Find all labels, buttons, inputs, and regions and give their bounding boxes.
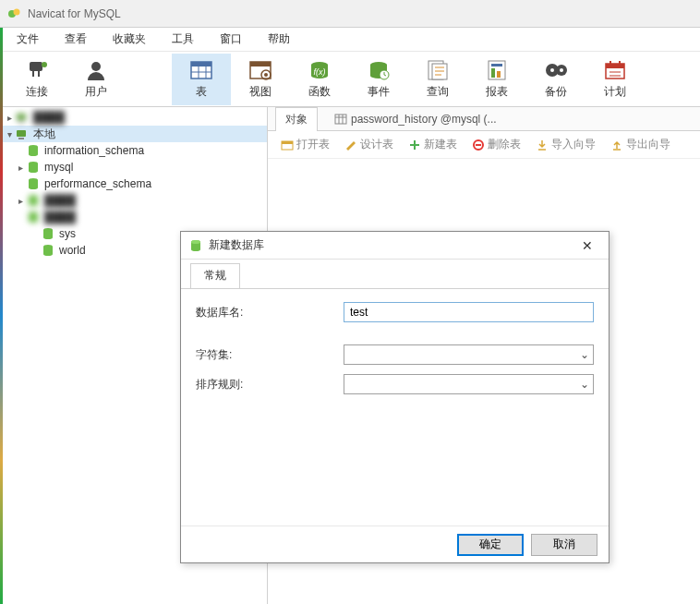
- database-icon: [26, 176, 41, 191]
- schedule-icon: [602, 58, 628, 82]
- design-icon: [344, 139, 357, 151]
- toolbar-user-button[interactable]: 用户: [66, 54, 126, 105]
- new-table-button[interactable]: 新建表: [403, 134, 463, 155]
- import-icon: [536, 139, 549, 151]
- toolbar-query-button[interactable]: 查询: [408, 54, 467, 105]
- cancel-button[interactable]: 取消: [531, 534, 597, 556]
- toolbar-event-button[interactable]: 事件: [349, 54, 408, 105]
- chevron-down-icon: ⌄: [580, 378, 589, 391]
- toolbar-backup-button[interactable]: 备份: [526, 54, 585, 105]
- svg-rect-43: [17, 130, 26, 137]
- tree-item-label: ████: [44, 211, 76, 223]
- design-table-button[interactable]: 设计表: [339, 134, 399, 155]
- database-icon: [26, 210, 41, 224]
- toolbar-func-button[interactable]: f(x)函数: [290, 54, 349, 105]
- tree-row[interactable]: ▸████: [0, 109, 267, 126]
- tree-item-label: performance_schema: [44, 177, 151, 190]
- svg-point-1: [14, 8, 20, 15]
- svg-point-32: [550, 68, 554, 72]
- toolbar-label: 表: [196, 84, 207, 100]
- tree-row[interactable]: ▸mysql: [0, 159, 267, 175]
- menu-view[interactable]: 查看: [52, 28, 100, 51]
- chevron-down-icon: ⌄: [580, 348, 589, 361]
- expand-icon: ▸: [15, 163, 26, 173]
- delete-table-button[interactable]: 删除表: [466, 134, 526, 155]
- open-icon: [281, 139, 294, 151]
- svg-rect-8: [191, 62, 211, 66]
- toolbar-label: 视图: [249, 84, 272, 100]
- tree-row[interactable]: information_schema: [0, 142, 267, 159]
- svg-rect-42: [18, 121, 24, 123]
- ok-button[interactable]: 确定: [457, 534, 524, 556]
- side-accent: [0, 28, 3, 604]
- sub-toolbar: 打开表 设计表 新建表 删除表 导入向导 导出向导: [268, 131, 700, 159]
- tree-row[interactable]: ████: [0, 209, 267, 225]
- dialog-footer: 确定 取消: [181, 525, 609, 562]
- table-icon: [188, 58, 214, 82]
- menu-favorites[interactable]: 收藏夹: [100, 28, 159, 51]
- toolbar-report-button[interactable]: 报表: [467, 54, 526, 105]
- menubar: 文件 查看 收藏夹 工具 窗口 帮助: [0, 28, 700, 52]
- collation-combo[interactable]: ⌄: [344, 374, 594, 394]
- dbname-label: 数据库名:: [196, 305, 344, 320]
- tab-password-history[interactable]: password_history @mysql (...: [325, 109, 506, 129]
- svg-rect-13: [250, 62, 271, 66]
- database-icon: [41, 243, 55, 258]
- tree-row[interactable]: performance_schema: [0, 175, 267, 192]
- tree-item-label: world: [59, 244, 86, 257]
- plus-icon: [408, 139, 421, 151]
- svg-rect-57: [282, 141, 293, 144]
- dialog-tabs: 常规: [181, 263, 609, 289]
- toolbar-schedule-button[interactable]: 计划: [585, 54, 645, 105]
- user-icon: [83, 58, 109, 82]
- tree-item-label: information_schema: [44, 144, 144, 157]
- export-wizard-button[interactable]: 导出向导: [605, 134, 676, 155]
- content-tabs: 对象 password_history @mysql (...: [268, 107, 700, 131]
- query-icon: [425, 58, 451, 82]
- svg-point-63: [191, 240, 200, 244]
- tab-general[interactable]: 常规: [190, 263, 240, 288]
- toolbar-label: 连接: [26, 84, 48, 100]
- export-icon: [610, 139, 623, 151]
- dbname-input[interactable]: [344, 302, 594, 322]
- toolbar-label: 函数: [308, 84, 331, 100]
- new-database-dialog: 新建数据库 ✕ 常规 数据库名: 字符集: ⌄ 排序规则: ⌄ 确定 取消: [180, 231, 609, 563]
- collation-label: 排序规则:: [196, 377, 344, 393]
- tab-objects[interactable]: 对象: [275, 107, 318, 132]
- toolbar-view-button[interactable]: 视图: [231, 54, 290, 105]
- toolbar-label: 事件: [368, 84, 390, 100]
- connection-icon: [15, 127, 30, 141]
- backup-icon: [543, 58, 569, 82]
- menu-file[interactable]: 文件: [4, 28, 52, 51]
- menu-help[interactable]: 帮助: [255, 28, 303, 51]
- toolbar-table-button[interactable]: 表: [172, 54, 231, 105]
- menu-tools[interactable]: 工具: [159, 28, 207, 51]
- database-icon: [26, 143, 41, 158]
- toolbar-label: 报表: [486, 84, 508, 100]
- toolbar-label: 用户: [85, 84, 107, 100]
- open-table-button[interactable]: 打开表: [275, 134, 335, 155]
- tree-item-label: ████: [44, 194, 76, 207]
- dialog-titlebar: 新建数据库 ✕: [181, 232, 609, 260]
- table-icon: [334, 113, 347, 126]
- import-wizard-button[interactable]: 导入向导: [530, 134, 601, 155]
- expand-icon: ▾: [4, 129, 15, 139]
- svg-rect-36: [606, 64, 624, 68]
- menu-window[interactable]: 窗口: [207, 28, 255, 51]
- charset-label: 字符集:: [196, 347, 344, 363]
- charset-combo[interactable]: ⌄: [344, 344, 594, 365]
- func-icon: f(x): [307, 58, 332, 82]
- tree-row[interactable]: ▸████: [0, 192, 267, 209]
- tab-objects-label: 对象: [285, 112, 308, 127]
- report-icon: [484, 58, 510, 82]
- titlebar: Navicat for MySQL: [0, 0, 700, 28]
- event-icon: [366, 58, 392, 82]
- close-button[interactable]: ✕: [573, 232, 601, 260]
- toolbar: 连接用户表视图f(x)函数事件查询报表备份计划: [0, 52, 700, 107]
- toolbar-label: 查询: [427, 84, 449, 100]
- svg-rect-2: [30, 62, 42, 71]
- toolbar-connect-button[interactable]: 连接: [7, 54, 66, 105]
- tree-row[interactable]: ▾本地: [0, 126, 267, 142]
- dialog-title: 新建数据库: [209, 237, 573, 253]
- svg-rect-44: [18, 138, 24, 139]
